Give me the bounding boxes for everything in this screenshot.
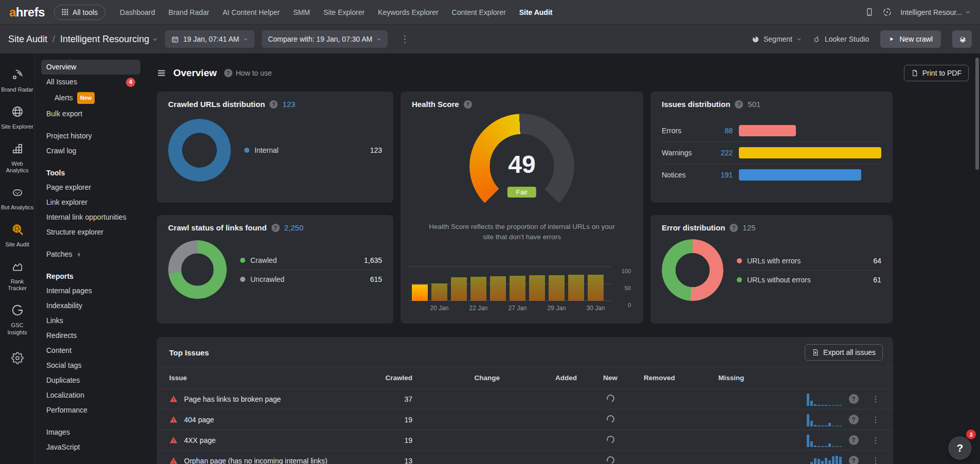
print-to-pdf-button[interactable]: Print to PDF: [904, 65, 969, 81]
sidebar-item-alerts[interactable]: AlertsNew: [41, 90, 140, 106]
all-tools-button[interactable]: All tools: [54, 5, 105, 20]
rail-item-site-explorer[interactable]: Site Explorer: [1, 100, 34, 137]
help-circle-icon[interactable]: ?: [271, 224, 280, 232]
sidebar-item-link-explorer[interactable]: Link explorer: [41, 195, 140, 210]
help-fab-button[interactable]: ?: [948, 436, 972, 460]
health-history-bar[interactable]: [510, 276, 525, 301]
nav-item-smm[interactable]: SMM: [293, 8, 310, 16]
nav-item-keywords-explorer[interactable]: Keywords Explorer: [378, 8, 439, 16]
sidebar-item-page-explorer[interactable]: Page explorer: [41, 180, 140, 195]
sidebar-item-patches[interactable]: Patches: [41, 247, 140, 262]
issue-name-cell[interactable]: 4XX page: [169, 436, 358, 444]
sidebar-item-bulk-export[interactable]: Bulk export: [41, 106, 140, 121]
issue-name-cell[interactable]: Orphan page (has no incoming internal li…: [169, 456, 358, 464]
health-history-bar[interactable]: [470, 277, 486, 301]
health-history-bar[interactable]: [451, 277, 467, 301]
toolbar-more-menu[interactable]: ⋮: [395, 31, 414, 47]
sidebar-item-links[interactable]: Links: [41, 313, 140, 328]
sidebar-item-localization[interactable]: Localization: [41, 388, 140, 403]
row-help-icon[interactable]: ?: [849, 456, 859, 464]
sidebar-item-performance[interactable]: Performance: [41, 403, 140, 418]
rail-item-bot-analytics[interactable]: Bot Analytics: [1, 181, 34, 218]
severity-count-link[interactable]: 191: [709, 171, 733, 179]
sidebar-item-social-tags[interactable]: Social tags: [41, 358, 140, 373]
ahrefs-logo[interactable]: ahrefs: [9, 5, 45, 20]
looker-studio-button[interactable]: Looker Studio: [813, 35, 869, 43]
help-circle-icon[interactable]: ?: [269, 100, 278, 109]
health-history-bar[interactable]: [549, 275, 565, 301]
help-circle-icon[interactable]: ?: [464, 100, 472, 109]
column-header-change[interactable]: Change: [412, 374, 500, 382]
crawl-date-picker[interactable]: 19 Jan, 07:41 AM: [165, 30, 255, 48]
sidebar-item-content[interactable]: Content: [41, 343, 140, 358]
sidebar-item-internal-pages[interactable]: Internal pages: [41, 283, 140, 298]
sidebar-item-javascript[interactable]: JavaScript: [41, 440, 140, 455]
health-history-bar[interactable]: [568, 275, 584, 301]
rail-item-gsc-insights[interactable]: GSC Insights: [1, 298, 34, 343]
rail-item-site-audit[interactable]: Site Audit: [1, 218, 34, 255]
sidebar-item-indexability[interactable]: Indexability: [41, 298, 140, 313]
issue-name-cell[interactable]: Page has links to broken page: [169, 395, 358, 403]
health-history-bar[interactable]: [431, 283, 447, 301]
row-more-menu-icon[interactable]: ⋮: [872, 439, 880, 442]
card-count[interactable]: 2,250: [284, 223, 304, 232]
rail-item-brand-radar[interactable]: Brand Radar: [1, 63, 34, 100]
table-row-4xx-page[interactable]: 4XX page19?⋮: [157, 430, 893, 450]
sidebar-item-redirects[interactable]: Redirects: [41, 328, 140, 343]
sidebar-item-project-history[interactable]: Project history: [41, 129, 140, 144]
project-selector[interactable]: Intelligent Resourcing: [60, 34, 158, 45]
sidebar-item-duplicates[interactable]: Duplicates: [41, 373, 140, 388]
table-row-page-has-links-to-broken-page[interactable]: Page has links to broken page37?⋮: [157, 388, 893, 409]
sidebar-item-internal-link-opportunities[interactable]: Internal link opportunities: [41, 210, 140, 225]
sidebar-item-overview[interactable]: Overview: [41, 60, 140, 75]
rail-item-web-analytics[interactable]: Web Analytics: [1, 137, 34, 181]
export-all-issues-button[interactable]: Export all issues: [805, 344, 883, 361]
table-row-404-page[interactable]: 404 page19?⋮: [157, 409, 893, 430]
row-more-menu-icon[interactable]: ⋮: [872, 459, 880, 462]
help-circle-icon[interactable]: ?: [735, 100, 743, 109]
nav-item-brand-radar[interactable]: Brand Radar: [169, 8, 209, 16]
column-header-issue[interactable]: Issue: [169, 374, 358, 382]
row-help-icon[interactable]: ?: [849, 415, 859, 424]
nav-item-ai-content-helper[interactable]: AI Content Helper: [223, 8, 280, 16]
nav-item-dashboard[interactable]: Dashboard: [120, 8, 155, 16]
help-circle-icon[interactable]: ?: [730, 224, 738, 232]
health-history-bar[interactable]: [412, 284, 428, 301]
health-history-bar[interactable]: [588, 275, 604, 301]
row-more-menu-icon[interactable]: ⋮: [872, 418, 880, 421]
how-to-use-link[interactable]: ? How to use: [224, 69, 272, 77]
audit-settings-button[interactable]: [952, 30, 972, 48]
sidebar-item-all-issues[interactable]: All Issues4: [41, 75, 140, 90]
account-switcher[interactable]: Intelligent Resour...: [900, 8, 971, 16]
mobile-device-icon[interactable]: [864, 7, 874, 17]
usage-meter-icon[interactable]: [882, 7, 892, 17]
column-header-missing[interactable]: Missing: [718, 374, 780, 382]
health-history-bar[interactable]: [490, 276, 506, 301]
column-header-added[interactable]: Added: [500, 374, 577, 382]
column-header-new[interactable]: New: [577, 374, 644, 382]
sidebar-item-structure-explorer[interactable]: Structure explorer: [41, 225, 140, 240]
collapse-sidebar-icon[interactable]: [157, 68, 166, 78]
row-help-icon[interactable]: ?: [849, 435, 859, 445]
breadcrumb-section[interactable]: Site Audit: [8, 34, 47, 45]
column-header-removed[interactable]: Removed: [644, 374, 718, 382]
compare-with-picker[interactable]: Compare with: 19 Jan, 07:30 AM: [262, 30, 388, 48]
rail-item-rank-tracker[interactable]: Rank Tracker: [1, 255, 34, 299]
card-count[interactable]: 123: [282, 100, 295, 109]
table-row-orphan-page-has-no-incoming-internal-links[interactable]: Orphan page (has no incoming internal li…: [157, 450, 893, 464]
column-header-crawled[interactable]: Crawled: [358, 374, 412, 382]
health-history-bar[interactable]: [529, 275, 545, 301]
segment-button[interactable]: Segment: [752, 35, 802, 43]
issue-name-cell[interactable]: 404 page: [169, 415, 358, 424]
sidebar-item-crawl-log[interactable]: Crawl log: [41, 144, 140, 158]
row-more-menu-icon[interactable]: ⋮: [872, 398, 880, 401]
vertical-scrollbar-thumb[interactable]: [975, 58, 979, 170]
nav-item-site-explorer[interactable]: Site Explorer: [323, 8, 365, 16]
severity-count-link[interactable]: 222: [709, 149, 733, 157]
nav-item-content-explorer[interactable]: Content Explorer: [452, 8, 506, 16]
nav-item-site-audit[interactable]: Site Audit: [519, 8, 553, 16]
sidebar-item-images[interactable]: Images: [41, 425, 140, 440]
row-help-icon[interactable]: ?: [849, 394, 859, 404]
severity-count-link[interactable]: 88: [709, 127, 733, 135]
new-crawl-button[interactable]: New crawl: [880, 30, 941, 48]
